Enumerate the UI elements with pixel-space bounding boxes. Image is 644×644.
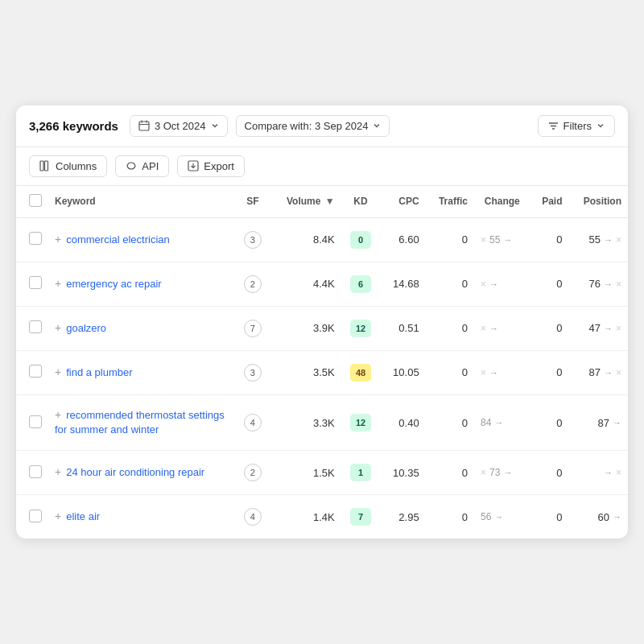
pos-x-5[interactable]: × bbox=[616, 467, 621, 478]
row-checkbox-5[interactable] bbox=[29, 465, 42, 478]
compare-button[interactable]: Compare with: 3 Sep 2024 bbox=[236, 115, 390, 137]
add-keyword-button-6[interactable]: + bbox=[55, 510, 61, 522]
change-cell-5: ×73→ bbox=[474, 451, 530, 495]
row-checkbox-4[interactable] bbox=[29, 415, 42, 428]
col-paid: Paid bbox=[530, 186, 569, 218]
pos-x-1[interactable]: × bbox=[616, 279, 621, 290]
pos-arrow-0: → bbox=[604, 235, 613, 245]
add-keyword-button-2[interactable]: + bbox=[55, 321, 61, 334]
keywords-table: Keyword SF Volume ▼ KD CPC Traffic Chang… bbox=[16, 186, 628, 539]
change-x-3[interactable]: × bbox=[481, 367, 486, 378]
pos-x-2[interactable]: × bbox=[616, 323, 621, 334]
cpc-cell-6: 2.95 bbox=[380, 495, 425, 539]
table-row: +24 hour air conditioning repair21.5K110… bbox=[16, 451, 628, 495]
select-all-checkbox[interactable] bbox=[29, 194, 42, 207]
keyword-link-4[interactable]: recommended thermostat settings for summ… bbox=[55, 409, 225, 436]
date-picker-button[interactable]: 3 Oct 2024 bbox=[130, 115, 228, 137]
kd-badge-6: 7 bbox=[350, 508, 371, 526]
svg-rect-0 bbox=[139, 122, 149, 130]
table-container: Keyword SF Volume ▼ KD CPC Traffic Chang… bbox=[16, 186, 628, 539]
svg-rect-8 bbox=[45, 161, 48, 171]
subtoolbar: Columns API Export bbox=[16, 147, 628, 186]
change-cell-6: 56→ bbox=[474, 495, 530, 539]
add-keyword-button-1[interactable]: + bbox=[55, 277, 61, 290]
row-checkbox-1[interactable] bbox=[29, 276, 42, 289]
filter-icon bbox=[548, 121, 559, 131]
row-checkbox-0[interactable] bbox=[29, 232, 42, 245]
change-cell-4: 84→ bbox=[474, 394, 530, 450]
sf-badge-0: 3 bbox=[244, 231, 262, 249]
volume-cell-1: 4.4K bbox=[270, 262, 341, 306]
col-sf: SF bbox=[235, 186, 270, 218]
table-row: +recommended thermostat settings for sum… bbox=[16, 394, 628, 450]
sort-arrow: ▼ bbox=[325, 196, 335, 207]
api-button[interactable]: API bbox=[115, 155, 169, 177]
position-cell-4: 87→ bbox=[568, 394, 628, 450]
change-x-0[interactable]: × bbox=[481, 234, 486, 246]
keyword-link-6[interactable]: elite air bbox=[66, 510, 100, 522]
traffic-cell-1: 0 bbox=[426, 262, 474, 306]
col-cpc: CPC bbox=[380, 186, 425, 218]
table-header-row: Keyword SF Volume ▼ KD CPC Traffic Chang… bbox=[16, 186, 628, 218]
paid-cell-1: 0 bbox=[530, 262, 569, 306]
change-arrow-6: → bbox=[494, 512, 503, 522]
add-keyword-button-4[interactable]: + bbox=[55, 408, 61, 421]
columns-icon bbox=[39, 160, 51, 171]
filters-label: Filters bbox=[564, 120, 592, 132]
keyword-link-1[interactable]: emergency ac repair bbox=[66, 278, 162, 290]
col-position: Position bbox=[568, 186, 628, 218]
table-row: +emergency ac repair24.4K614.680×→076→× bbox=[16, 262, 628, 306]
change-x-1[interactable]: × bbox=[481, 279, 486, 290]
row-checkbox-6[interactable] bbox=[29, 510, 42, 522]
change-arrow-1: → bbox=[489, 279, 498, 289]
col-change: Change bbox=[474, 186, 530, 218]
add-keyword-button-3[interactable]: + bbox=[55, 365, 61, 378]
api-label: API bbox=[142, 160, 159, 172]
row-checkbox-3[interactable] bbox=[29, 365, 42, 378]
pos-arrow-5: → bbox=[604, 468, 613, 477]
keyword-link-5[interactable]: 24 hour air conditioning repair bbox=[66, 466, 204, 478]
api-icon bbox=[126, 160, 137, 171]
cpc-cell-0: 6.60 bbox=[380, 217, 425, 262]
change-arrow-3: → bbox=[489, 368, 498, 378]
pos-x-3[interactable]: × bbox=[616, 367, 621, 378]
traffic-cell-0: 0 bbox=[426, 217, 474, 262]
main-card: 3,266 keywords 3 Oct 2024 Compare with: … bbox=[16, 105, 628, 539]
toolbar: 3,266 keywords 3 Oct 2024 Compare with: … bbox=[16, 105, 628, 147]
cpc-cell-1: 14.68 bbox=[380, 262, 425, 306]
columns-button[interactable]: Columns bbox=[29, 155, 107, 177]
change-x-2[interactable]: × bbox=[481, 323, 486, 334]
filters-button[interactable]: Filters bbox=[538, 115, 615, 137]
keyword-link-2[interactable]: goalzero bbox=[66, 322, 106, 334]
pos-arrow-1: → bbox=[604, 279, 613, 289]
keyword-link-3[interactable]: find a plumber bbox=[66, 366, 132, 378]
col-kd: KD bbox=[341, 186, 381, 218]
col-volume[interactable]: Volume ▼ bbox=[270, 186, 341, 218]
row-checkbox-2[interactable] bbox=[29, 320, 42, 333]
export-label: Export bbox=[204, 160, 234, 172]
pos-arrow-3: → bbox=[604, 368, 613, 378]
position-val-3: 87 bbox=[589, 366, 601, 378]
pos-x-0[interactable]: × bbox=[616, 234, 621, 246]
pos-arrow-6: → bbox=[613, 512, 621, 522]
volume-cell-6: 1.4K bbox=[270, 495, 341, 539]
sf-badge-4: 4 bbox=[244, 414, 262, 431]
compare-label: Compare with: 3 Sep 2024 bbox=[245, 120, 369, 132]
checkbox-header[interactable] bbox=[16, 186, 48, 218]
position-val-4: 87 bbox=[598, 417, 609, 429]
sf-badge-3: 3 bbox=[244, 364, 262, 382]
keyword-link-0[interactable]: commercial electrician bbox=[66, 233, 170, 246]
traffic-cell-3: 0 bbox=[426, 350, 474, 394]
add-keyword-button-5[interactable]: + bbox=[55, 465, 61, 478]
change-x-5[interactable]: × bbox=[481, 467, 486, 478]
sf-badge-1: 2 bbox=[244, 275, 262, 293]
cpc-cell-4: 0.40 bbox=[380, 394, 425, 450]
change-arrow-5: → bbox=[503, 468, 512, 477]
export-button[interactable]: Export bbox=[177, 155, 245, 177]
svg-rect-7 bbox=[40, 161, 43, 171]
position-cell-5: →× bbox=[568, 451, 628, 495]
kd-badge-0: 0 bbox=[350, 231, 371, 249]
table-row: +commercial electrician38.4K06.600×55→05… bbox=[16, 217, 628, 262]
date-label: 3 Oct 2024 bbox=[155, 120, 206, 132]
add-keyword-button-0[interactable]: + bbox=[55, 233, 61, 246]
